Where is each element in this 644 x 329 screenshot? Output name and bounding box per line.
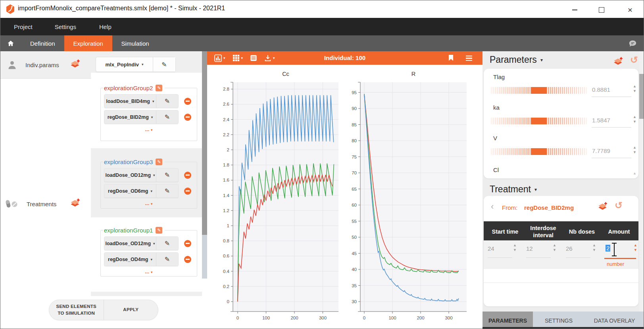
slider-handle[interactable] bbox=[531, 87, 546, 94]
apply-button[interactable]: APPLY bbox=[104, 300, 158, 320]
tab-exploration[interactable]: Exploration bbox=[64, 35, 112, 51]
add-parameters-element-button[interactable] bbox=[613, 56, 623, 68]
group-name: explorationGroup1 bbox=[104, 227, 153, 234]
chevron-left-icon[interactable]: ‹ bbox=[491, 201, 494, 212]
amount-input[interactable]: 2 bbox=[606, 245, 610, 252]
menu-settings[interactable]: Settings bbox=[51, 22, 80, 32]
reset-treatment-icon[interactable]: ↺ bbox=[615, 200, 623, 211]
treatment-heading[interactable]: Treatment▾ bbox=[490, 184, 537, 195]
down-arrow-icon[interactable]: ▼ bbox=[633, 89, 636, 93]
up-arrow-icon[interactable]: ▲ bbox=[634, 244, 637, 247]
bookmark-button[interactable] bbox=[448, 54, 454, 63]
maximize-button[interactable] bbox=[595, 6, 608, 14]
up-arrow-icon[interactable]: ▲ bbox=[633, 115, 636, 119]
right-scrollbar[interactable] bbox=[639, 51, 644, 312]
treatment-dropdown[interactable]: regDose_OD6mg▾ bbox=[104, 184, 156, 197]
param-value[interactable]: 1.5847 bbox=[592, 117, 610, 124]
tab-settings[interactable]: SETTINGS bbox=[533, 312, 584, 329]
treatment-dropdown[interactable]: loadDose_BID4mg▾ bbox=[104, 95, 156, 108]
menu-project[interactable]: Project bbox=[10, 22, 37, 32]
down-arrow-icon[interactable]: ▼ bbox=[553, 248, 556, 252]
up-arrow-icon[interactable]: ▲ bbox=[592, 244, 596, 247]
more-elements-dropdown[interactable]: ... ▾ bbox=[101, 126, 197, 132]
remove-treatment-button[interactable] bbox=[184, 114, 191, 121]
more-elements-dropdown[interactable]: ... ▾ bbox=[101, 269, 197, 275]
treatment-dropdown[interactable]: regDose_BID2mg▾ bbox=[104, 110, 156, 124]
edit-group-icon[interactable]: ✎ bbox=[156, 85, 162, 91]
param-stepper[interactable]: ▲▼ bbox=[633, 115, 636, 124]
comments-button[interactable] bbox=[628, 39, 637, 50]
interdose-stepper[interactable]: ▲▼ bbox=[553, 244, 556, 252]
inner-scroll-up-icon[interactable]: ▲ bbox=[633, 171, 636, 175]
down-arrow-icon[interactable]: ▼ bbox=[513, 248, 517, 252]
start-time-stepper[interactable]: ▲▼ bbox=[513, 244, 517, 252]
reset-parameters-icon[interactable]: ↺ bbox=[630, 54, 638, 66]
add-indiv-params-button[interactable] bbox=[69, 58, 81, 71]
edit-treatment-button[interactable]: ✎ bbox=[156, 110, 178, 124]
down-arrow-icon[interactable]: ▼ bbox=[633, 151, 636, 154]
param-stepper[interactable]: ▲▼ bbox=[633, 85, 636, 93]
param-value[interactable]: 7.7789 bbox=[592, 147, 610, 154]
up-arrow-icon[interactable]: ▲ bbox=[633, 85, 636, 88]
nb-doses-input[interactable]: 26 bbox=[566, 245, 573, 252]
close-button[interactable]: × bbox=[623, 6, 637, 14]
edit-indiv-param-button[interactable]: ✎ bbox=[153, 57, 175, 72]
parameters-heading[interactable]: Parameters▾ bbox=[490, 54, 543, 65]
down-arrow-icon[interactable]: ▼ bbox=[634, 248, 637, 252]
treatment-dropdown[interactable]: loadDose_OD12mg▾ bbox=[104, 168, 156, 182]
slider-handle[interactable] bbox=[531, 148, 546, 155]
param-slider-ka[interactable] bbox=[491, 118, 587, 124]
treatment-dropdown[interactable]: regDose_OD4mg▾ bbox=[104, 253, 156, 266]
menu-help[interactable]: Help bbox=[95, 22, 115, 32]
remove-treatment-button[interactable] bbox=[184, 188, 191, 195]
plot-menu-button[interactable] bbox=[466, 56, 472, 61]
from-treatment-name[interactable]: regDose_BID2mg bbox=[524, 204, 574, 211]
param-value[interactable]: 0.8881 bbox=[592, 86, 610, 93]
down-arrow-icon[interactable]: ▼ bbox=[592, 248, 596, 252]
up-arrow-icon[interactable]: ▲ bbox=[513, 244, 517, 247]
up-arrow-icon[interactable]: ▲ bbox=[633, 146, 636, 149]
remove-treatment-button[interactable] bbox=[184, 98, 191, 105]
chevron-down-icon: ▾ bbox=[151, 202, 153, 206]
treatment-dropdown[interactable]: loadDose_OD12mg▾ bbox=[104, 237, 156, 250]
add-treatment-button[interactable] bbox=[69, 197, 81, 210]
remove-treatment-button[interactable] bbox=[184, 172, 191, 179]
exploration-group-section: explorationGroup3✎ loadDose_OD12mg▾✎ reg… bbox=[91, 148, 202, 217]
sidebar-item-treatments[interactable]: Treatments bbox=[0, 193, 91, 215]
param-stepper[interactable]: ▲▼ bbox=[633, 146, 636, 154]
down-arrow-icon[interactable]: ▼ bbox=[633, 120, 636, 124]
edit-treatment-button[interactable]: ✎ bbox=[156, 253, 178, 266]
add-treatment-element-button[interactable] bbox=[597, 201, 608, 213]
edit-treatment-button[interactable]: ✎ bbox=[156, 237, 178, 250]
param-slider-v[interactable] bbox=[491, 148, 587, 155]
scrollbar-thumb[interactable] bbox=[639, 74, 644, 119]
edit-treatment-button[interactable]: ✎ bbox=[156, 184, 178, 197]
remove-treatment-button[interactable] bbox=[184, 256, 191, 263]
tab-definition[interactable]: Definition bbox=[21, 35, 64, 51]
tab-data-overlay[interactable]: DATA OVERLAY bbox=[584, 312, 644, 329]
scrollbar-thumb[interactable] bbox=[202, 51, 207, 235]
edit-treatment-button[interactable]: ✎ bbox=[156, 168, 178, 182]
tab-parameters[interactable]: PARAMETERS bbox=[483, 312, 533, 329]
remove-treatment-button[interactable] bbox=[184, 240, 191, 247]
param-slider-tlag[interactable] bbox=[491, 87, 587, 94]
slider-handle[interactable] bbox=[531, 118, 546, 124]
more-elements-dropdown[interactable]: ... ▾ bbox=[101, 200, 197, 206]
amount-stepper[interactable]: ▲▼ bbox=[634, 244, 637, 252]
y-tick-label: 40 bbox=[352, 267, 357, 272]
nb-doses-stepper[interactable]: ▲▼ bbox=[592, 244, 596, 252]
up-arrow-icon[interactable]: ▲ bbox=[553, 244, 556, 247]
indiv-param-dropdown[interactable]: mlx_PopIndiv▾ bbox=[96, 57, 153, 72]
minimize-button[interactable] bbox=[568, 6, 581, 14]
interdose-input[interactable]: 12 bbox=[526, 245, 533, 252]
edit-group-icon[interactable]: ✎ bbox=[156, 159, 162, 165]
edit-group-icon[interactable]: ✎ bbox=[156, 227, 162, 234]
treatment-row: regDose_BID2mg▾✎ bbox=[104, 110, 194, 124]
sidebar-item-indiv-params[interactable]: Indiv.params bbox=[0, 51, 91, 79]
tab-simulation[interactable]: Simulation bbox=[112, 35, 158, 51]
home-button[interactable] bbox=[0, 35, 21, 51]
edit-treatment-button[interactable]: ✎ bbox=[156, 95, 178, 108]
panel-scrollbar[interactable] bbox=[202, 51, 207, 329]
start-time-input[interactable]: 24 bbox=[488, 245, 494, 252]
send-to-simulation-button[interactable]: SEND ELEMENTS TO SIMULATION bbox=[49, 300, 104, 320]
